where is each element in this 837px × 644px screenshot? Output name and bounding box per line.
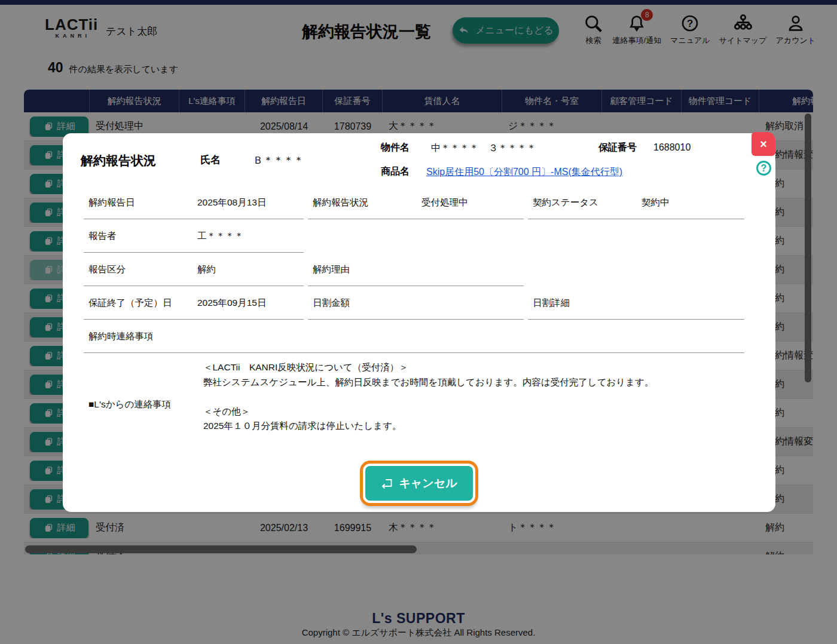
field-label: 解約報告状況 [313,197,421,209]
help-icon[interactable]: ? [756,161,771,176]
field-label: 解約時連絡事項 [88,330,154,343]
ls-note-text: ＜LACTii KANRI反映状況について（受付済）＞弊社システムスケジュール上… [203,360,741,434]
field-value: 工＊＊＊＊ [197,230,244,243]
property-name-value: 中＊＊＊＊ ３＊＊＊＊ [431,142,536,155]
ls-note-label: ■L'sからの連絡事項 [88,398,171,411]
field-label: 報告区分 [88,263,197,276]
ls-note-line [203,390,741,404]
field-value: 2025年09月15日 [197,297,266,309]
ls-note-line: ＜LACTii KANRI反映状況について（受付済）＞ [203,360,741,375]
modal-actions: キャンセル [63,466,775,501]
field-label: 報告者 [88,230,197,243]
field-daily-detail: 日割詳細 [528,289,744,320]
field-report-type: 報告区分 解約 [84,255,304,286]
ls-note-line: ＜その他＞ [203,404,741,419]
property-name-label: 物件名 [381,142,410,154]
close-icon[interactable]: × [752,132,775,156]
product-name-link[interactable]: Skip居住用50〔分割700 円〕-MS(集金代行型) [426,166,622,179]
product-name-label: 商品名 [381,165,410,178]
guarantee-no-value: 1688010 [653,142,691,153]
cancel-report-label: キャンセル [399,476,457,491]
name-value: Ｂ＊＊＊＊ [253,154,304,167]
field-contract-status: 契約ステータス 契約中 [528,188,744,219]
field-daily-amount: 日割金額 [308,289,524,320]
cancellation-detail-modal: × ? 解約報告状況 氏名 Ｂ＊＊＊＊ 物件名 中＊＊＊＊ ３＊＊＊＊ 保証番号… [63,133,775,512]
field-report-status: 解約報告状況 受付処理中 [308,188,524,219]
ls-note-line: 弊社システムスケジュール上、解約日反映までお時間を頂戴しております。内容は受付完… [203,375,741,390]
field-value: 解約 [197,263,216,276]
modal-fields: 解約報告日 2025年08月13日 解約報告状況 受付処理中 契約ステータス 契… [84,188,754,451]
field-cancel-reason: 解約理由 [308,255,524,286]
field-report-date: 解約報告日 2025年08月13日 [84,188,304,219]
name-label: 氏名 [200,153,221,167]
field-value: 契約中 [642,197,670,209]
field-value: 2025年08月13日 [197,197,266,209]
field-label: 日割金額 [313,297,421,309]
ls-note-line: 2025年１０月分賃料の請求は停止いたします。 [203,419,741,434]
field-label: 契約ステータス [533,197,642,209]
return-arrow-icon [381,477,393,490]
field-label: 解約理由 [313,263,421,276]
field-value: 受付処理中 [421,197,468,209]
field-label: 保証終了（予定）日 [88,297,197,309]
field-guarantee-end: 保証終了（予定）日 2025年09月15日 [84,289,304,320]
field-reporter: 報告者 工＊＊＊＊ [84,222,304,253]
field-label: 日割詳細 [533,297,642,309]
cancel-report-button[interactable]: キャンセル [365,466,473,501]
modal-title: 解約報告状況 [81,152,156,169]
field-label: 解約報告日 [88,197,197,209]
guarantee-no-label: 保証番号 [598,142,637,154]
field-cancel-note: 解約時連絡事項 [84,322,744,353]
